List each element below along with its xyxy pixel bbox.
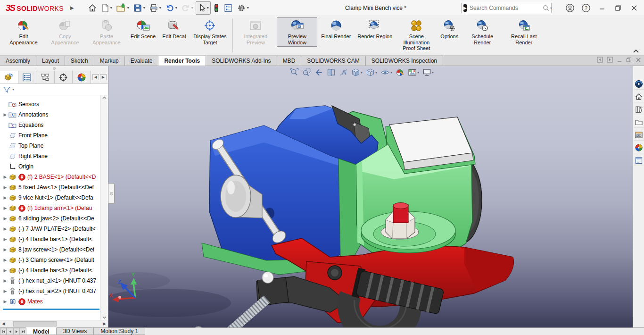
section-view-icon[interactable]	[327, 68, 336, 77]
filter-icon[interactable]	[3, 86, 11, 93]
view-orientation-icon[interactable]: ▾	[351, 68, 363, 77]
tab-evaluate[interactable]: Evaluate	[124, 56, 159, 66]
new-file-button[interactable]: ▾	[99, 2, 114, 14]
print-dropdown-icon[interactable]: ▾	[159, 6, 161, 10]
display-style-dropdown-icon[interactable]: ▾	[375, 70, 377, 75]
tree-item[interactable]: ▶5 fixed JAw<1> (Default<<Def	[2, 182, 108, 193]
tree-item[interactable]: ▶(-) 4 Handle bar<1> (Default<	[2, 234, 108, 244]
tree-item[interactable]: Front Plane	[2, 130, 108, 141]
tree-vertical-scrollbar[interactable]	[100, 95, 108, 320]
hscroll-thumb[interactable]	[13, 321, 57, 327]
search-dropdown-icon[interactable]: ▾	[550, 6, 552, 10]
tab-render-tools[interactable]: Render Tools	[158, 56, 206, 66]
model-clamp-screw[interactable]	[223, 272, 289, 327]
tab-mbd[interactable]: MBD	[277, 56, 302, 66]
tree-item[interactable]: ▶AAnnotations	[2, 109, 108, 120]
expand-arrow-icon[interactable]: ▶	[2, 258, 8, 262]
expand-arrow-icon[interactable]: ▶	[2, 289, 8, 293]
solidworks-resources-icon[interactable]	[634, 91, 644, 102]
select-dropdown-icon[interactable]: ▾	[207, 6, 209, 10]
scroll-right-icon[interactable]: ▶	[103, 321, 106, 326]
edit-scene-button[interactable]: Edit Scene	[128, 17, 158, 41]
tree-item[interactable]: ▶(-) 4 Handle bar<3> (Default<	[2, 265, 108, 276]
appearances-scenes-icon[interactable]	[634, 142, 644, 153]
tab-assembly[interactable]: Assembly	[0, 56, 36, 66]
final-render-button[interactable]: Final Render	[318, 17, 354, 41]
preview-window-button[interactable]: Preview Window	[277, 17, 317, 47]
file-explorer-icon[interactable]	[634, 117, 644, 128]
configuration-manager-tab[interactable]	[36, 71, 55, 84]
panel-tab-scroll-right-icon[interactable]: ▶	[100, 74, 107, 80]
open-file-dropdown-icon[interactable]: ▾	[127, 6, 129, 10]
hide-show-items-dropdown-icon[interactable]: ▾	[390, 70, 392, 75]
collapse-ribbon-chevron[interactable]	[633, 49, 639, 53]
view-settings-icon[interactable]: ▾	[422, 68, 434, 77]
doc-minimize-icon[interactable]	[617, 57, 622, 63]
expand-arrow-icon[interactable]: ▶	[2, 278, 8, 283]
expand-arrow-icon[interactable]: ▶	[2, 226, 8, 231]
hide-show-annotations-icon[interactable]: A	[339, 68, 348, 77]
nav-prev-icon[interactable]	[7, 328, 13, 335]
edit-decal-button[interactable]: Edit Decal	[159, 17, 189, 41]
xpress-products-button[interactable]	[212, 2, 221, 14]
edit-appearance-button[interactable]: Edit Appearance	[3, 17, 44, 47]
doc-restore-icon[interactable]	[626, 57, 632, 63]
tree-horizontal-scrollbar[interactable]: ◀ ▶	[0, 320, 108, 327]
options-gear-button[interactable]: ▾	[235, 2, 250, 14]
panel-tab-scroll-left-icon[interactable]: ◀	[92, 74, 99, 80]
tree-item[interactable]: ▶Mates	[2, 296, 108, 307]
magnifier-icon[interactable]	[543, 5, 549, 11]
dimxpert-manager-tab[interactable]	[55, 71, 73, 84]
restore-button[interactable]	[611, 2, 625, 14]
display-manager-tab[interactable]	[73, 71, 91, 84]
expand-arrow-icon[interactable]: ▶	[2, 237, 8, 242]
tab-motion-study-1[interactable]: Motion Study 1	[93, 328, 145, 335]
expand-arrow-icon[interactable]: ▶	[2, 175, 8, 179]
tree-item[interactable]: ▶(f) 1clamp arm<1> (Defau	[2, 203, 108, 213]
options-gear-dropdown-icon[interactable]: ▾	[247, 6, 249, 10]
view-orientation-dropdown-icon[interactable]: ▾	[361, 70, 363, 75]
tree-item[interactable]: ▶(-) hex nut_ai<1> (HNUT 0.437	[2, 276, 108, 286]
tree-item[interactable]: Top Plane	[2, 141, 108, 151]
tab-sketch[interactable]: Sketch	[65, 56, 94, 66]
new-file-dropdown-icon[interactable]: ▾	[110, 6, 112, 10]
design-library-icon[interactable]	[634, 104, 644, 115]
redo-dropdown-icon[interactable]: ▾	[191, 6, 193, 10]
doc-close-icon[interactable]	[636, 57, 641, 63]
zoom-to-fit-icon[interactable]	[290, 68, 299, 77]
pane-previous-icon[interactable]	[597, 57, 603, 63]
tab-layout[interactable]: Layout	[36, 56, 65, 66]
expand-arrow-icon[interactable]: ▶	[2, 299, 8, 304]
custom-properties-icon[interactable]	[634, 155, 644, 166]
zoom-to-area-icon[interactable]	[302, 68, 311, 77]
scene-illumination-proof-sheet-button[interactable]: Scene Illumination Proof Sheet	[396, 17, 437, 53]
tab-3d-views[interactable]: 3D Views	[56, 328, 94, 335]
user-account-icon[interactable]	[563, 2, 577, 14]
feature-manager-tab[interactable]	[0, 71, 18, 84]
previous-view-icon[interactable]	[314, 68, 323, 77]
tree-item[interactable]: ΣEquations	[2, 120, 108, 130]
select-button[interactable]: ▾	[196, 1, 211, 15]
close-button[interactable]	[627, 2, 641, 14]
open-file-button[interactable]: ▾	[115, 2, 131, 14]
save-button[interactable]: ▾	[132, 2, 147, 14]
view-palette-icon[interactable]	[634, 129, 644, 141]
file-properties-button[interactable]	[222, 2, 234, 14]
filter-dropdown-icon[interactable]: ▾	[12, 87, 14, 92]
tree-item[interactable]: Right Plane	[2, 151, 108, 161]
tree-item[interactable]: ▶9 vice Nut<1> (Default<<Defa	[2, 193, 108, 203]
expand-arrow-icon[interactable]: ▶	[2, 206, 8, 210]
print-button[interactable]: ▾	[148, 2, 163, 14]
save-dropdown-icon[interactable]: ▾	[143, 6, 145, 10]
scroll-left-icon[interactable]: ◀	[2, 321, 5, 326]
panel-collapse-splitter[interactable]	[108, 183, 115, 204]
search-commands-box[interactable]: ▶ ▾	[461, 3, 552, 13]
expand-arrow-icon[interactable]: ▶	[2, 195, 8, 200]
options-button[interactable]: Options	[438, 17, 461, 41]
edit-appearance-hud-icon[interactable]	[396, 68, 405, 77]
menu-flyout-arrow[interactable]: ▶	[70, 5, 74, 10]
tree-item[interactable]: ▶(-) hex nut_ai<2> (HNUT 0.437	[2, 286, 108, 296]
view-settings-dropdown-icon[interactable]: ▾	[432, 70, 434, 75]
apply-scene-dropdown-icon[interactable]: ▾	[417, 70, 419, 75]
undo-button[interactable]: ▾	[164, 2, 179, 14]
